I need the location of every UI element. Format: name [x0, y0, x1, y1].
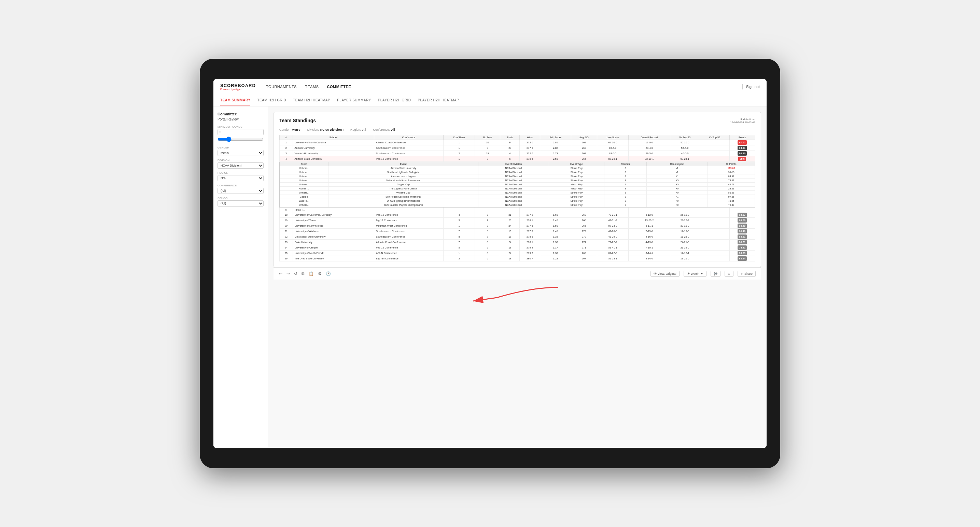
- view-original-button[interactable]: 👁 View: Original: [651, 271, 679, 277]
- filter-conference: Conference: All: [373, 128, 395, 132]
- cell-no-tour: 7: [475, 212, 500, 218]
- cell-points[interactable]: 90.20: [729, 151, 755, 156]
- cell-no-tour: 10: [475, 140, 500, 145]
- table-row[interactable]: 25 University of North Florida ASUN Conf…: [280, 251, 755, 256]
- sidebar-min-rounds-slider[interactable]: [218, 137, 264, 142]
- sidebar-conference-select[interactable]: (All): [218, 188, 264, 194]
- comment-button[interactable]: 💬: [711, 271, 721, 277]
- table-row[interactable]: 19 University of Texas Big 12 Conference…: [280, 218, 755, 223]
- cell-points[interactable]: 78.5: [729, 156, 755, 162]
- watch-button[interactable]: 👁 Watch ▼: [684, 271, 706, 277]
- cell-avg-sg: 260: [571, 145, 597, 151]
- cell-bnds: 6: [500, 156, 520, 162]
- cell-low-score: 86-4-0: [597, 145, 628, 151]
- table-row[interactable]: 5Texas T...: [280, 208, 755, 212]
- cell-points[interactable]: 93.31: [729, 145, 755, 151]
- table-row[interactable]: 20 University of New Mexico Mountain Wes…: [280, 223, 755, 229]
- table-row[interactable]: 24 University of Oregon Pac-12 Conferenc…: [280, 245, 755, 251]
- table-row[interactable]: 21 University of Alabama Southeastern Co…: [280, 229, 755, 234]
- cell-low-score: 63-5-0: [597, 151, 628, 156]
- filter-region: Region: All: [350, 128, 366, 132]
- cell-avg-sg: 269: [571, 151, 597, 156]
- tablet-device: SCOREBOARD Powered by clippd TOURNAMENTS…: [200, 59, 780, 468]
- logo: SCOREBOARD Powered by clippd: [220, 83, 256, 90]
- sidebar-gender-select[interactable]: Men's Women's: [218, 150, 264, 156]
- tooltip-data-row: Georgia Ben Hogan Collegiate Invitationa…: [280, 195, 755, 199]
- nav-committee[interactable]: COMMITTEE: [327, 83, 352, 90]
- nav-teams[interactable]: TEAMS: [305, 83, 318, 90]
- logo-title: SCOREBOARD: [220, 83, 256, 88]
- col-vs25: Vs Top 25: [670, 135, 700, 140]
- grid-button[interactable]: ⊞: [725, 271, 733, 277]
- sign-out-link[interactable]: Sign out: [746, 85, 760, 89]
- cell-vs50: [700, 140, 729, 145]
- table-row[interactable]: 2 Auburn University Southeastern Confere…: [280, 145, 755, 151]
- clock-icon[interactable]: 🕐: [326, 271, 331, 276]
- cell-bnds: 21: [500, 212, 520, 218]
- redo-icon[interactable]: ↪: [286, 271, 290, 276]
- share-icon: ⬆: [741, 272, 743, 275]
- cell-conf-rank: 1: [444, 156, 475, 162]
- table-row[interactable]: 18 University of California, Berkeley Pa…: [280, 212, 755, 218]
- table-row-highlighted[interactable]: 4 Arizona State University Pac-12 Confer…: [280, 156, 755, 162]
- sidebar: Committee Portal Review Minimum Rounds G…: [213, 106, 268, 448]
- sidebar-school-select[interactable]: (All): [218, 200, 264, 206]
- col-conference: Conference: [374, 135, 443, 140]
- cell-rank: 3: [280, 151, 293, 156]
- sidebar-conference-label: Conference: [218, 184, 264, 187]
- sub-nav-player-h2h-heatmap[interactable]: PLAYER H2H HEATMAP: [418, 95, 459, 105]
- red-arrow: [463, 281, 565, 308]
- copy-icon[interactable]: ⧉: [302, 271, 305, 276]
- table-header-row: # School Conference Conf Rank No Tour Bn…: [280, 135, 755, 140]
- sub-nav-team-h2h-grid[interactable]: TEAM H2H GRID: [257, 95, 286, 105]
- cell-overall: 13-9-0: [628, 140, 670, 145]
- cell-wins: 272.6: [520, 151, 540, 156]
- cell-adj-score: 2.73: [540, 151, 571, 156]
- cell-bnds: 4: [500, 151, 520, 156]
- cell-school: Vanderbilt University: [293, 151, 374, 156]
- tooltip-data-row: Univers... National Invitational Tournam…: [280, 178, 755, 183]
- table-row[interactable]: 3 Vanderbilt University Southeastern Con…: [280, 151, 755, 156]
- table-row[interactable]: 1 University of North Carolina Atlantic …: [280, 140, 755, 145]
- cell-avg-sg: 265: [571, 156, 597, 162]
- table-row[interactable]: 26 The Ohio State University Big Ten Con…: [280, 256, 755, 262]
- sidebar-gender-label: Gender: [218, 146, 264, 149]
- sidebar-region-label: Region: [218, 171, 264, 175]
- settings-icon[interactable]: ⚙: [318, 271, 322, 276]
- watch-icon: 👁: [687, 272, 690, 275]
- refresh-icon[interactable]: ↺: [294, 271, 298, 276]
- table-row[interactable]: 22 Mississippi State University Southeas…: [280, 234, 755, 240]
- sidebar-header: Committee: [218, 112, 264, 116]
- cell-vs25: 50-10-0: [670, 140, 700, 145]
- share-button[interactable]: ⬆ Share: [738, 271, 756, 277]
- cell-rank: 4: [280, 156, 293, 162]
- col-adj-score: Adj. Score: [540, 135, 571, 140]
- cell-points[interactable]: 83.07: [729, 212, 755, 218]
- sub-nav-team-h2h-heatmap[interactable]: TEAM H2H HEATMAP: [293, 95, 330, 105]
- col-low-score: Low Score: [597, 135, 628, 140]
- sub-nav-team-summary[interactable]: TEAM SUMMARY: [220, 95, 250, 105]
- cell-conf-rank: 1: [444, 140, 475, 145]
- cell-overall: 29-4-0: [628, 145, 670, 151]
- cell-school: University of North Carolina: [293, 140, 374, 145]
- table-row[interactable]: 23 Duke University Atlantic Coast Confer…: [280, 240, 755, 245]
- cell-avg-sg: 262: [571, 140, 597, 145]
- tooltip-col-event-type: Event Type: [549, 162, 604, 166]
- sidebar-min-rounds-input[interactable]: [218, 129, 264, 135]
- col-wins: Wins: [520, 135, 540, 140]
- cell-conference: Atlantic Coast Conference: [374, 140, 443, 145]
- paste-icon[interactable]: 📋: [309, 271, 314, 276]
- sidebar-school-label: School: [218, 197, 264, 200]
- nav-tournaments[interactable]: TOURNAMENTS: [266, 83, 297, 90]
- tooltip-col-rank-impact: Rank Impact: [647, 162, 708, 166]
- sidebar-division-select[interactable]: NCAA Division I NCAA Division II NCAA Di…: [218, 162, 264, 168]
- col-vs50: Vs Top 50: [700, 135, 729, 140]
- sidebar-min-rounds-label: Minimum Rounds: [218, 125, 264, 129]
- cell-points[interactable]: 97.02: [729, 140, 755, 145]
- sub-nav-player-summary[interactable]: PLAYER SUMMARY: [337, 95, 371, 105]
- sidebar-region-select[interactable]: N/A East West: [218, 175, 264, 181]
- sub-nav-player-h2h-grid[interactable]: PLAYER H2H GRID: [378, 95, 411, 105]
- tooltip-data-row: Univers... Arizona State University NCAA…: [280, 166, 755, 170]
- undo-icon[interactable]: ↩: [279, 271, 282, 276]
- col-bnds: Bnds: [500, 135, 520, 140]
